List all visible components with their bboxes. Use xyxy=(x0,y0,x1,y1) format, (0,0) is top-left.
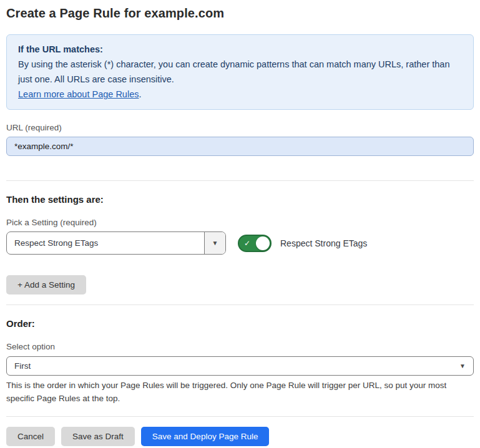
pick-setting-label: Pick a Setting (required) xyxy=(6,218,474,227)
save-draft-button[interactable]: Save as Draft xyxy=(61,427,135,446)
setting-select-value: Respect Strong ETags xyxy=(7,232,204,254)
order-select[interactable]: First ▼ xyxy=(6,356,474,376)
info-box-link-line: Learn more about Page Rules. xyxy=(18,87,462,102)
check-icon: ✓ xyxy=(244,238,250,247)
page-title: Create a Page Rule for example.com xyxy=(6,6,474,21)
cancel-button[interactable]: Cancel xyxy=(6,427,55,446)
etag-toggle-label: Respect Strong ETags xyxy=(280,238,367,248)
chevron-down-icon: ▼ xyxy=(459,363,466,369)
setting-select[interactable]: Respect Strong ETags ▼ xyxy=(6,231,226,255)
order-select-value: First xyxy=(14,361,31,371)
setting-row: Respect Strong ETags ▼ ✓ Respect Strong … xyxy=(6,231,474,255)
info-box-body: By using the asterisk (*) character, you… xyxy=(18,57,455,87)
chevron-down-icon: ▼ xyxy=(212,240,218,246)
order-help-text: This is the order in which your Page Rul… xyxy=(6,379,471,405)
add-setting-button[interactable]: + Add a Setting xyxy=(6,275,86,295)
toggle-knob xyxy=(256,236,270,250)
create-page-rule-panel: Create a Page Rule for example.com If th… xyxy=(0,0,480,446)
url-field-label: URL (required) xyxy=(6,123,474,132)
settings-section-heading: Then the settings are: xyxy=(6,194,474,205)
learn-more-link[interactable]: Learn more about Page Rules xyxy=(18,89,139,99)
order-section-heading: Order: xyxy=(6,318,474,329)
section-divider xyxy=(6,180,474,181)
url-match-info-box: If the URL matches: By using the asteris… xyxy=(6,34,474,110)
info-box-heading: If the URL matches: xyxy=(18,42,462,57)
etag-toggle-group: ✓ Respect Strong ETags xyxy=(238,235,367,252)
save-deploy-button[interactable]: Save and Deploy Page Rule xyxy=(141,427,270,446)
url-input[interactable] xyxy=(6,137,474,156)
etag-toggle[interactable]: ✓ xyxy=(238,235,272,252)
setting-select-arrow-button[interactable]: ▼ xyxy=(204,232,225,254)
section-divider xyxy=(6,304,474,305)
footer-actions: Cancel Save as Draft Save and Deploy Pag… xyxy=(6,427,474,446)
order-select-label: Select option xyxy=(6,342,474,351)
link-suffix: . xyxy=(139,89,141,99)
footer-divider xyxy=(6,416,474,417)
